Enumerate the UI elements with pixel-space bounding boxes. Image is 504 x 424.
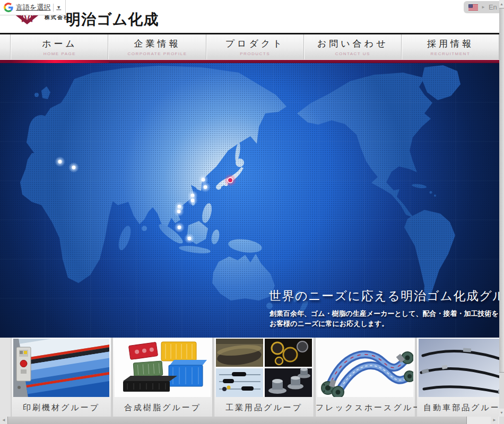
lang-switch-label: En — [489, 3, 497, 11]
card-title-jp: 合成樹脂グループ — [113, 403, 212, 413]
industrial-products-collage-image — [216, 339, 312, 397]
google-g-icon — [4, 3, 13, 12]
plastic-crates-image — [115, 339, 211, 397]
flex-hose-image — [317, 339, 413, 397]
card-title-jp: 印刷機材グループ — [12, 403, 111, 413]
nav-item-products[interactable]: プロダクト PRODUCTS — [206, 34, 304, 59]
nav-label-en: HOME PAGE — [44, 51, 76, 56]
vertical-scrollbar[interactable]: ▲ ▼ — [499, 0, 504, 417]
hero-subtitle-line1: 創業百余年、ゴム・樹脂の生産メーカーとして、配合・接着・加工技術を — [270, 308, 499, 319]
card-printing-group[interactable]: 印刷機材グループ RUBBER BLANKET GROUP — [12, 338, 111, 424]
card-title-jp: 工業用品グループ — [214, 403, 314, 413]
scroll-right-arrow-icon[interactable]: ► — [491, 417, 498, 424]
site-header: M 株式会社 明治ゴム化成 言語を選択 ▼ — [0, 0, 499, 33]
printing-press-image — [13, 339, 109, 397]
nav-item-contact[interactable]: お問い合わせ CONTACT US — [304, 34, 402, 59]
card-title-jp: フレックスホースグループ — [316, 403, 415, 413]
vertical-scroll-thumb[interactable] — [499, 8, 504, 373]
hero-subtitle: 創業百余年、ゴム・樹脂の生産メーカーとして、配合・接着・加工技術を お客様のニー… — [270, 308, 499, 329]
play-arrow-icon: ► — [481, 5, 485, 10]
auto-hoses-image — [419, 339, 504, 397]
scrollbar-corner — [499, 417, 504, 424]
nav-label-jp: ホーム — [42, 38, 77, 50]
scroll-left-arrow-icon[interactable]: ◄ — [0, 417, 7, 424]
us-flag-icon — [468, 4, 478, 11]
nav-item-corporate[interactable]: 企業情報 CORPORATE PROFILE — [108, 34, 206, 59]
card-flex-hose-group[interactable]: フレックスホースグループ SPECIAL HOSE GROUP — [316, 338, 415, 424]
card-auto-parts-group[interactable]: 自動車部品グループ AUTO PARTS GROUP — [417, 338, 504, 424]
nav-underline-strip — [0, 59, 499, 63]
scroll-down-arrow-icon[interactable]: ▼ — [499, 409, 504, 417]
main-navigation: ホーム HOME PAGE 企業情報 CORPORATE PROFILE プロダ… — [0, 33, 499, 59]
nav-item-home[interactable]: ホーム HOME PAGE — [11, 34, 108, 59]
nav-spacer — [0, 34, 11, 59]
translate-language-select[interactable]: 言語を選択 — [16, 3, 50, 12]
nav-label-jp: お問い合わせ — [317, 38, 388, 50]
divider — [53, 4, 54, 12]
nav-label-jp: 採用情報 — [427, 38, 474, 50]
nav-label-en: CONTACT US — [335, 51, 370, 56]
nav-label-jp: プロダクト — [225, 38, 285, 50]
hero-subtitle-line2: お客様のニーズに常にお応えします。 — [270, 319, 499, 329]
google-translate-widget[interactable]: 言語を選択 ▼ — [0, 0, 66, 15]
nav-label-jp: 企業情報 — [134, 38, 180, 50]
card-title-jp: 自動車部品グループ — [417, 403, 504, 413]
horizontal-scroll-thumb[interactable] — [7, 417, 467, 424]
english-language-button[interactable]: ► En — [464, 1, 504, 13]
nav-label-en: PRODUCTS — [240, 51, 270, 56]
hero-title: 世界のニーズに応える明治ゴム化成グループ — [269, 288, 504, 304]
nav-label-en: RECRUITMENT — [431, 51, 471, 56]
card-industrial-group[interactable]: 工業用品グループ INDUSTRIAL RUBBER PRODUCTS — [214, 338, 314, 424]
scroll-up-arrow-icon[interactable]: ▲ — [499, 0, 504, 8]
nav-item-recruit[interactable]: 採用情報 RECRUITMENT — [402, 34, 499, 59]
product-groups-section: 印刷機材グループ RUBBER BLANKET GROUP — [0, 338, 504, 424]
card-plastic-group[interactable]: 合成樹脂グループ PLASTIC GROUP — [113, 338, 212, 424]
company-name: 明治ゴム化成 — [66, 10, 159, 30]
chevron-down-icon[interactable]: ▼ — [56, 5, 61, 10]
nav-label-en: CORPORATE PROFILE — [127, 51, 187, 56]
horizontal-scrollbar[interactable]: ◄ ► — [0, 417, 499, 424]
